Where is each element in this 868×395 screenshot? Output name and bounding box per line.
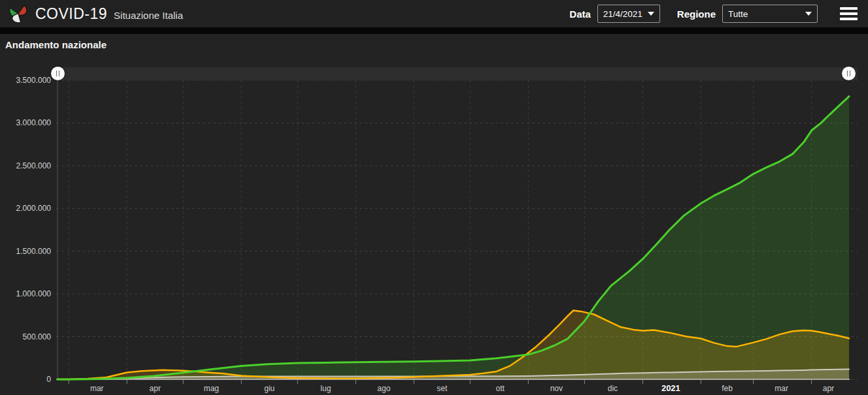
svg-text:2.500.000: 2.500.000 bbox=[16, 161, 52, 170]
svg-text:2.000.000: 2.000.000 bbox=[16, 204, 52, 213]
svg-text:500.000: 500.000 bbox=[23, 332, 52, 341]
svg-text:lug: lug bbox=[320, 384, 331, 393]
x-axis-labels: maraprmaggiulugagosetottnovdic2021febmar… bbox=[90, 383, 834, 393]
svg-text:0: 0 bbox=[46, 375, 51, 384]
y-axis-labels: 0500.0001.000.0001.500.0002.000.0002.500… bbox=[16, 76, 52, 384]
svg-text:set: set bbox=[437, 384, 448, 393]
svg-text:mar: mar bbox=[90, 384, 104, 393]
svg-text:feb: feb bbox=[722, 384, 733, 393]
trend-chart[interactable]: 0500.0001.000.0001.500.0002.000.0002.500… bbox=[0, 0, 868, 395]
slider-grip-icon bbox=[56, 71, 59, 76]
svg-text:2021: 2021 bbox=[661, 383, 680, 393]
svg-text:3.000.000: 3.000.000 bbox=[16, 118, 52, 127]
svg-text:3.500.000: 3.500.000 bbox=[16, 76, 52, 85]
svg-text:1.000.000: 1.000.000 bbox=[16, 289, 52, 298]
svg-text:nov: nov bbox=[550, 384, 563, 393]
slider-grip-icon bbox=[847, 71, 850, 76]
svg-text:apr: apr bbox=[150, 384, 161, 393]
svg-text:1.500.000: 1.500.000 bbox=[16, 247, 52, 256]
chart-areas bbox=[58, 97, 849, 379]
svg-text:apr: apr bbox=[823, 384, 834, 393]
date-range-slider-handle-left[interactable] bbox=[51, 67, 65, 80]
svg-text:giu: giu bbox=[264, 384, 275, 393]
svg-text:dic: dic bbox=[608, 384, 618, 393]
svg-text:ott: ott bbox=[496, 384, 505, 393]
date-range-slider-handle-right[interactable] bbox=[842, 67, 856, 80]
svg-text:ago: ago bbox=[377, 384, 390, 393]
svg-text:mag: mag bbox=[204, 384, 219, 393]
svg-text:mar: mar bbox=[775, 384, 788, 393]
date-range-slider-track[interactable] bbox=[52, 67, 858, 80]
